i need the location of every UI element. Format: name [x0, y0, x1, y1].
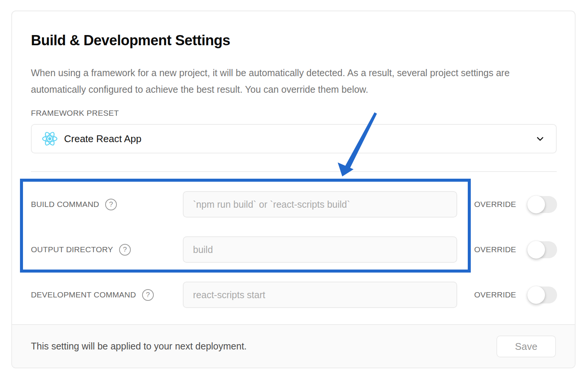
- development-command-override-toggle[interactable]: [528, 287, 557, 303]
- section-divider: [31, 171, 557, 172]
- override-label: OVERRIDE: [474, 245, 516, 254]
- framework-preset-label: FRAMEWORK PRESET: [31, 109, 119, 118]
- override-label: OVERRIDE: [474, 200, 516, 209]
- output-directory-override-toggle[interactable]: [528, 241, 557, 258]
- help-icon[interactable]: ?: [105, 199, 117, 210]
- toggle-knob: [527, 196, 545, 213]
- output-directory-input[interactable]: [183, 236, 457, 263]
- build-command-label: BUILD COMMAND: [31, 200, 99, 209]
- output-directory-override-group: OVERRIDE: [474, 241, 557, 258]
- react-logo-icon: [42, 132, 58, 146]
- build-settings-card: Build & Development Settings When using …: [11, 11, 576, 368]
- build-settings-screen: Build & Development Settings When using …: [0, 0, 588, 380]
- help-icon[interactable]: ?: [119, 244, 131, 256]
- section-description: When using a framework for a new project…: [31, 64, 549, 98]
- footer-note: This setting will be applied to your nex…: [31, 341, 247, 352]
- development-command-label: DEVELOPMENT COMMAND: [31, 290, 136, 299]
- build-command-override-toggle[interactable]: [528, 196, 557, 213]
- chevron-down-icon: [534, 133, 546, 144]
- toggle-knob: [527, 241, 545, 259]
- output-directory-label-group: OUTPUT DIRECTORY ?: [31, 243, 131, 256]
- framework-preset-select[interactable]: Create React App: [31, 124, 557, 153]
- development-command-input[interactable]: [183, 282, 457, 308]
- development-command-label-group: DEVELOPMENT COMMAND ?: [31, 288, 154, 301]
- help-icon[interactable]: ?: [142, 289, 154, 301]
- save-button[interactable]: Save: [496, 336, 556, 357]
- toggle-knob: [527, 286, 545, 304]
- framework-preset-value: Create React App: [64, 133, 141, 145]
- output-directory-label: OUTPUT DIRECTORY: [31, 245, 113, 254]
- card-footer: This setting will be applied to your nex…: [12, 324, 575, 368]
- override-label: OVERRIDE: [474, 290, 516, 299]
- development-command-override-group: OVERRIDE: [474, 286, 557, 303]
- build-command-label-group: BUILD COMMAND ?: [31, 198, 117, 211]
- build-command-input[interactable]: [183, 191, 457, 218]
- build-command-override-group: OVERRIDE: [474, 196, 557, 213]
- page-title: Build & Development Settings: [31, 32, 230, 49]
